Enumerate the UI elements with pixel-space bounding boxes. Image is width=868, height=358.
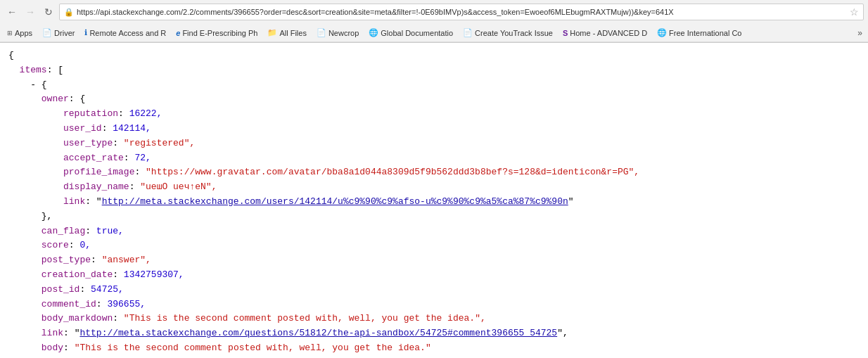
apps-icon: ⊞ [7, 30, 13, 37]
bookmarks-more-button[interactable]: » [855, 27, 865, 39]
bookmark-remote-access-label: Remote Access and R [89, 29, 166, 37]
free-international-icon: 🌐 [657, 28, 667, 37]
line-comment-id: comment_id: 396655, [8, 298, 860, 312]
bookmark-apps-label: Apps [15, 29, 32, 37]
line-owner-link: link: "http://meta.stackexchange.com/use… [8, 195, 860, 210]
bookmark-youtrack[interactable]: 📄 Create YouTrack Issue [459, 27, 557, 39]
line-items: items: [ [8, 63, 860, 78]
browser-chrome: ← → ↻ 🔒 https://api.stackexchange.com/2.… [0, 0, 868, 43]
driver-icon: 📄 [42, 28, 52, 37]
forward-button[interactable]: → [23, 4, 38, 20]
bookmark-driver-label: Driver [54, 29, 75, 37]
line-dash-open: - { [8, 78, 860, 93]
line-creation-date: creation_date: 1342759307, [8, 268, 860, 283]
comment-link[interactable]: http://meta.stackexchange.com/questions/… [79, 328, 557, 338]
bookmark-remote-access[interactable]: ℹ Remote Access and R [80, 27, 170, 39]
bookmark-global-docs-label: Global Documentatio [381, 29, 453, 37]
line-link2: link: "http://meta.stackexchange.com/que… [8, 326, 860, 341]
bookmark-global-docs[interactable]: 🌐 Global Documentatio [364, 27, 457, 39]
url-text: https://api.stackexchange.com/2.2/commen… [77, 8, 847, 16]
line-body-markdown: body_markdown: "This is the second comme… [8, 312, 860, 326]
line-post-type: post_type: "answer", [8, 253, 860, 268]
line-owner: owner: { [8, 92, 860, 107]
bookmark-home-advanced[interactable]: S Home - ADVANCED D [559, 27, 651, 39]
nav-bar: ← → ↻ 🔒 https://api.stackexchange.com/2.… [0, 0, 868, 24]
reload-button[interactable]: ↻ [41, 4, 56, 20]
bookmark-free-international-label: Free International Co [669, 29, 741, 37]
eprescribing-icon: e [176, 29, 180, 37]
line-post-id: post_id: 54725, [8, 283, 860, 298]
newcrop-icon: 📄 [317, 28, 326, 37]
line-user-type: user_type: "registered", [8, 136, 860, 151]
lock-icon: 🔒 [64, 8, 74, 17]
bookmark-free-international[interactable]: 🌐 Free International Co [653, 27, 746, 39]
owner-link[interactable]: http://meta.stackexchange.com/users/1421… [102, 196, 568, 207]
bookmark-home-advanced-label: Home - ADVANCED D [570, 29, 647, 37]
bookmarks-bar: ⊞ Apps 📄 Driver ℹ Remote Access and R e … [0, 24, 868, 42]
bookmark-eprescribing-label: Find E-Prescribing Ph [182, 29, 257, 37]
bookmark-newcrop[interactable]: 📄 Newcrop [312, 27, 363, 39]
line-accept-rate: accept_rate: 72, [8, 151, 860, 166]
bookmark-eprescribing[interactable]: e Find E-Prescribing Ph [172, 27, 262, 39]
bookmark-apps[interactable]: ⊞ Apps [3, 27, 37, 39]
line-display-name: display_name: "ueшО ueч↑eN", [8, 180, 860, 195]
line-can-flag: can_flag: true, [8, 224, 860, 239]
back-button[interactable]: ← [4, 4, 20, 20]
bookmark-newcrop-label: Newcrop [328, 29, 359, 37]
line-score: score: 0, [8, 238, 860, 253]
global-docs-icon: 🌐 [369, 28, 378, 37]
bookmark-all-files-label: All Files [279, 29, 307, 37]
line-profile-image: profile_image: "https://www.gravatar.com… [8, 165, 860, 180]
line-open-brace: { [8, 49, 860, 63]
remote-access-icon: ℹ [84, 28, 87, 37]
line-close-owner: }, [8, 210, 860, 224]
address-bar[interactable]: 🔒 https://api.stackexchange.com/2.2/comm… [59, 4, 864, 20]
line-body: body: "This is the second comment posted… [8, 341, 860, 356]
home-advanced-icon: S [563, 29, 568, 37]
line-reputation: reputation: 16222, [8, 107, 860, 122]
bookmark-youtrack-label: Create YouTrack Issue [475, 29, 553, 37]
bookmark-star-icon[interactable]: ☆ [850, 6, 859, 18]
all-files-icon: 📁 [267, 28, 277, 37]
bookmark-driver[interactable]: 📄 Driver [38, 27, 79, 39]
line-user-id: user_id: 142114, [8, 122, 860, 136]
youtrack-icon: 📄 [463, 28, 473, 37]
page-content: { items: [ - { owner: { reputation: 1622… [0, 43, 868, 358]
bookmark-all-files[interactable]: 📁 All Files [263, 27, 311, 39]
